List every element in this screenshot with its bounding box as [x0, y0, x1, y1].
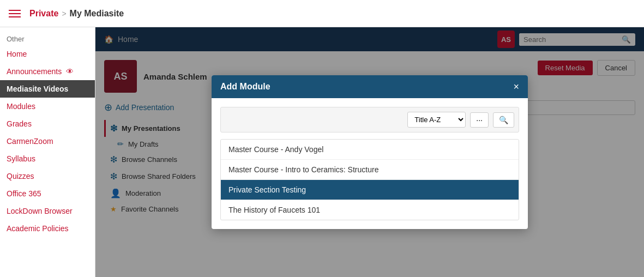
breadcrumb: Private > My Mediasite	[29, 9, 124, 19]
sidebar-item-lockdown[interactable]: LockDown Browser	[0, 202, 95, 220]
modal-list-item-master-andy[interactable]: Master Course - Andy Vogel	[221, 140, 519, 160]
main-content: 🏠 Home AS 🔍 AS Amanda Schlem	[95, 27, 644, 277]
modal-ellipsis-button[interactable]: ···	[470, 112, 489, 128]
sidebar-item-office365[interactable]: Office 365	[0, 185, 95, 202]
modal-close-button[interactable]: ×	[513, 82, 519, 92]
breadcrumb-private[interactable]: Private	[29, 9, 58, 19]
add-module-modal: Add Module × Title A-Z Title Z-A Date Ad…	[212, 75, 528, 229]
sidebar-item-quizzes[interactable]: Quizzes	[0, 167, 95, 185]
main-layout: Other Home Announcements 👁 Mediasite Vid…	[0, 27, 644, 277]
modal-header: Add Module ×	[212, 75, 528, 98]
sidebar-section-other: Other	[0, 32, 95, 45]
sidebar-item-announcements[interactable]: Announcements 👁	[0, 63, 95, 80]
modal-search-button[interactable]: 🔍	[493, 112, 514, 128]
sidebar-item-syllabus[interactable]: Syllabus	[0, 150, 95, 167]
sidebar-item-modules[interactable]: Modules	[0, 98, 95, 115]
sidebar-item-home[interactable]: Home	[0, 45, 95, 63]
top-bar: Private > My Mediasite	[0, 0, 644, 27]
sidebar-item-carmenzoom[interactable]: CarmenZoom	[0, 133, 95, 150]
modal-overlay: Add Module × Title A-Z Title Z-A Date Ad…	[95, 27, 644, 277]
hamburger-menu[interactable]	[9, 8, 21, 20]
breadcrumb-separator: >	[62, 9, 66, 18]
modal-toolbar: Title A-Z Title Z-A Date Added ··· 🔍	[220, 107, 519, 133]
modal-list-item-master-ceramics[interactable]: Master Course - Intro to Ceramics: Struc…	[221, 160, 519, 180]
sidebar-item-grades[interactable]: Grades	[0, 115, 95, 133]
modal-body: Title A-Z Title Z-A Date Added ··· 🔍 Mas…	[212, 98, 528, 229]
sidebar: Other Home Announcements 👁 Mediasite Vid…	[0, 27, 95, 277]
modal-title: Add Module	[220, 82, 270, 92]
sidebar-item-mediasite-videos[interactable]: Mediasite Videos	[0, 80, 95, 98]
modal-list-item-private-section[interactable]: Private Section Testing	[221, 180, 519, 200]
breadcrumb-current: My Mediasite	[70, 9, 124, 19]
modal-list: Master Course - Andy Vogel Master Course…	[220, 139, 519, 220]
sidebar-item-academic[interactable]: Academic Policies	[0, 220, 95, 237]
modal-list-item-history-faucets[interactable]: The History of Faucets 101	[221, 200, 519, 220]
modal-sort-select[interactable]: Title A-Z Title Z-A Date Added	[407, 112, 466, 128]
